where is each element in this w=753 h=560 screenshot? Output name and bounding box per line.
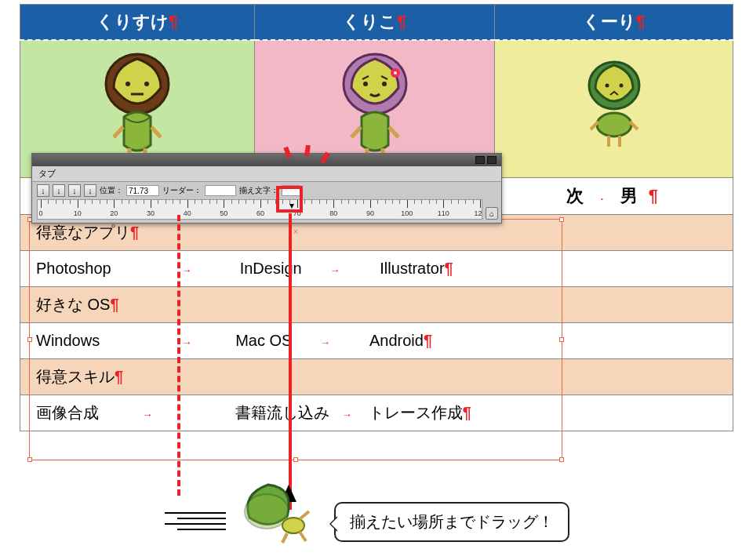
char-cell-3 <box>495 40 733 178</box>
tab-ruler[interactable]: 0102030405060708090100110120 ▾ <box>37 199 482 220</box>
pilcrow-icon: ¶ <box>636 12 646 31</box>
tab-arrow-icon: → <box>182 264 192 276</box>
col-header-3: くーり¶ <box>495 5 733 40</box>
svg-line-16 <box>389 127 398 137</box>
svg-point-20 <box>597 113 631 136</box>
chestnut-character-kurisuke <box>90 45 184 170</box>
chestnut-character-running <box>235 480 314 551</box>
svg-line-29 <box>300 532 306 541</box>
pilcrow-icon: ¶ <box>397 12 406 31</box>
bubble-text: 揃えたい場所までドラッグ！ <box>350 513 554 530</box>
panel-close-button[interactable] <box>487 156 497 164</box>
svg-point-19 <box>619 83 623 87</box>
svg-point-18 <box>605 83 609 87</box>
data-row: 画像合成 → 書籍流し込み → トレース作成¶ <box>20 395 733 431</box>
svg-point-10 <box>382 82 387 86</box>
pilcrow-icon: ¶ <box>649 186 661 205</box>
text: 次 <box>566 186 587 205</box>
svg-line-6 <box>114 127 123 137</box>
decimal-tab-button[interactable]: ↓ <box>84 184 96 197</box>
table-header-row: くりすけ¶ くりこ¶ くーり¶ <box>20 5 733 40</box>
leader-label: リーダー： <box>162 185 202 196</box>
highlight-box <box>276 186 303 213</box>
position-label: 位置： <box>100 185 123 196</box>
heading-text: 得意なアプリ <box>36 224 130 241</box>
svg-line-28 <box>282 533 287 543</box>
panel-titlebar[interactable] <box>32 154 501 166</box>
svg-point-1 <box>126 82 130 86</box>
heading-row: 好きな OS¶ <box>20 287 733 323</box>
panel-tab-label[interactable]: タブ <box>32 166 501 182</box>
svg-point-12 <box>394 71 397 75</box>
motion-lines-icon <box>165 508 226 534</box>
chestnut-character-kuriko <box>328 45 422 170</box>
pilcrow-icon: ¶ <box>169 12 178 31</box>
tab-controls-row: ↓ ↓ ↓ ↓ 位置： リーダー： 揃え文字： <box>32 182 501 199</box>
text: 男 <box>620 186 641 205</box>
speech-bubble: 揃えたい場所までドラッグ！ <box>334 502 569 542</box>
center-tab-button[interactable]: ↓ <box>53 184 65 197</box>
panel-collapse-button[interactable] <box>475 156 485 164</box>
drag-line <box>289 213 292 510</box>
svg-line-27 <box>300 511 309 519</box>
data-row: Photoshop → InDesign → Illustrator¶ <box>20 251 733 287</box>
svg-point-9 <box>363 82 368 86</box>
svg-line-7 <box>151 127 161 137</box>
svg-line-15 <box>351 127 361 137</box>
col-header-1: くりすけ¶ <box>20 5 255 40</box>
chestnut-character-kuuri <box>575 53 653 162</box>
position-input[interactable] <box>126 185 159 196</box>
data-row: Windows → Mac OS → Android¶ <box>20 323 733 359</box>
left-tab-button[interactable]: ↓ <box>37 184 49 197</box>
svg-point-2 <box>144 82 149 86</box>
col-header-2: くりこ¶ <box>254 5 495 40</box>
cell-jinan: 次 . 男 ¶ <box>495 178 733 215</box>
right-tab-button[interactable]: ↓ <box>68 184 81 197</box>
guide-line-dashed <box>177 215 180 496</box>
tab-panel[interactable]: タブ ↓ ↓ ↓ ↓ 位置： リーダー： 揃え文字： 0102030405060… <box>31 153 502 224</box>
heading-row: 得意スキル¶ <box>20 359 733 395</box>
leader-input[interactable] <box>205 185 236 196</box>
snap-magnet-button[interactable]: ⌂ <box>486 207 498 220</box>
align-char-label: 揃え文字： <box>239 185 278 196</box>
